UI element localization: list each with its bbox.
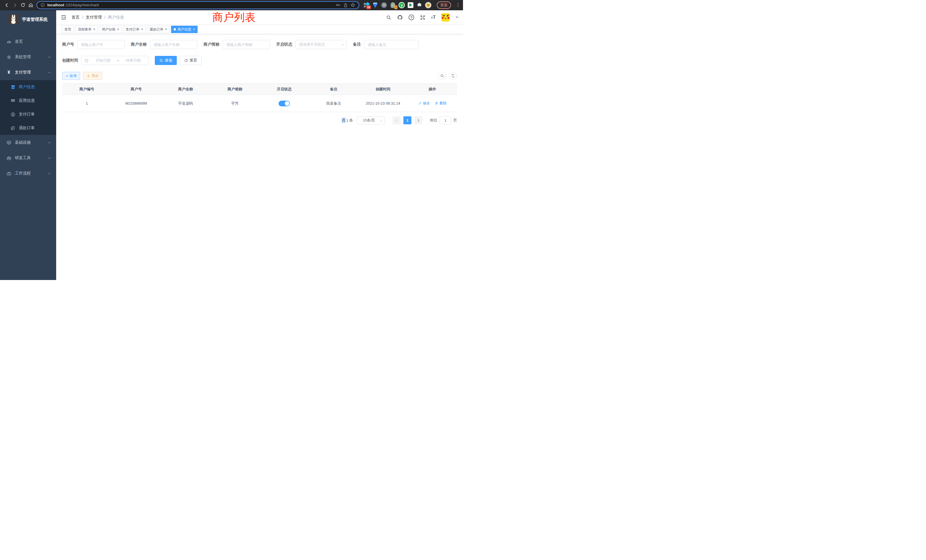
next-page-button[interactable] (414, 117, 422, 124)
status-toggle[interactable] (278, 101, 290, 106)
extension-profile-icon[interactable]: 1 (390, 2, 396, 8)
browser-home-icon[interactable] (27, 1, 35, 9)
chevron-down-icon (48, 156, 51, 159)
sidebar-item-refund-order[interactable]: 退款订单 (0, 121, 56, 135)
browser-back-icon[interactable] (3, 1, 11, 9)
font-size-icon[interactable]: TT (431, 15, 436, 20)
merchant-no-label: 商户号 (62, 42, 74, 47)
col-full-name: 商户全称 (161, 83, 210, 95)
cell-remark: 我是备注 (309, 95, 359, 112)
tab-user-group[interactable]: 用户分组× (99, 26, 122, 33)
site-info-icon[interactable] (41, 3, 45, 7)
browser-avatar-icon[interactable] (425, 2, 431, 8)
remark-input[interactable] (364, 40, 419, 49)
navbar-actions: ? TT (386, 13, 458, 22)
extension-gem-icon[interactable] (372, 2, 378, 8)
breadcrumb-pay[interactable]: 支付管理 (86, 15, 102, 20)
sidebar-item-label: 支付订单 (19, 112, 35, 117)
merchant-table: 商户编号 商户号 商户全称 商户简称 开启状态 备注 创建时间 操作 1 (62, 83, 457, 112)
extension-command-icon[interactable]: ⌘ (381, 2, 387, 8)
page-1-button[interactable]: 1 (403, 117, 412, 124)
hamburger-icon[interactable] (61, 15, 67, 20)
sidebar-logo-row[interactable]: 芋道管理系统 (0, 10, 56, 29)
briefcase-icon (6, 171, 11, 176)
sidebar-item-infra[interactable]: 基础设施 (0, 135, 56, 150)
extensions-puzzle-icon[interactable] (416, 2, 422, 8)
close-icon[interactable]: × (141, 28, 143, 31)
sidebar-item-app-info[interactable]: 应用信息 (0, 94, 56, 107)
filter-row-1: 商户号 商户全称 商户简称 开启状态 请选择开启状态 (62, 40, 457, 49)
tab-merchant-info[interactable]: 商户信息× (171, 26, 198, 33)
filter-create-time: 创建时间 开始日期 - 结束日期 (62, 56, 148, 65)
tab-home[interactable]: 首页 (62, 26, 74, 33)
full-name-input[interactable] (150, 40, 197, 49)
header-search-icon[interactable] (386, 15, 392, 20)
browser-extensions: 10 ⌘ 1 y (363, 2, 460, 9)
close-icon[interactable]: × (193, 28, 195, 31)
tab-pay-order[interactable]: 支付订单× (123, 26, 146, 33)
question-glyph: ? (410, 15, 413, 20)
browser-update-button[interactable]: 更新 (437, 2, 451, 9)
sidebar-item-label: 研发工具 (15, 155, 31, 160)
close-icon[interactable]: × (117, 28, 119, 31)
browser-reload-icon[interactable] (19, 1, 27, 9)
gear-icon (6, 55, 11, 60)
table-header: 商户编号 商户号 商户全称 商户简称 开启状态 备注 创建时间 操作 (62, 83, 457, 95)
extension-pinned-icon[interactable]: 10 (363, 2, 369, 8)
app-title: 芋道管理系统 (22, 17, 48, 22)
tab-refund-order[interactable]: 退款订单× (147, 26, 169, 33)
chevron-up-icon (48, 71, 51, 74)
extension-badge: 10 (366, 5, 371, 9)
browser-forward-icon[interactable] (11, 1, 19, 9)
bookmark-star-icon[interactable] (350, 3, 355, 8)
trash-icon (435, 101, 438, 105)
edit-link[interactable]: 修改 (418, 101, 430, 106)
github-icon[interactable] (397, 15, 403, 20)
help-icon[interactable]: ? (409, 15, 414, 20)
extension-keep-icon[interactable] (407, 2, 414, 8)
export-button[interactable]: 导出 (83, 72, 102, 80)
password-key-icon[interactable] (336, 3, 341, 8)
tab-process-form[interactable]: 流程表单× (75, 26, 98, 33)
breadcrumb-home[interactable]: 首页 (71, 15, 80, 20)
refresh-table-button[interactable] (449, 72, 457, 80)
total-count: 1 (346, 118, 348, 123)
sidebar-item-system[interactable]: 系统管理 (0, 49, 56, 65)
sidebar-item-label: 基础设施 (15, 140, 31, 145)
close-icon[interactable]: × (165, 28, 167, 31)
avatar-caret-icon[interactable] (455, 17, 458, 18)
extension-y-icon[interactable]: y (399, 2, 405, 8)
yen-circle-icon (10, 112, 15, 117)
sidebar-item-workflow[interactable]: 工作流程 (0, 166, 56, 181)
browser-menu-icon[interactable]: ⋮ (456, 3, 460, 8)
sidebar-item-home[interactable]: 首页 (0, 34, 56, 49)
page-size-select[interactable]: 10条/页 (357, 117, 385, 124)
date-range-input[interactable]: 开始日期 - 结束日期 (81, 56, 148, 65)
prev-page-button[interactable] (393, 117, 401, 124)
close-icon[interactable]: × (93, 28, 95, 31)
share-icon[interactable] (343, 3, 348, 8)
cell-actions: 修改 删除 (408, 95, 457, 112)
sidebar-item-label: 支付管理 (15, 70, 31, 75)
cell-status (260, 95, 309, 112)
short-name-input[interactable] (222, 40, 270, 49)
user-avatar[interactable] (441, 13, 450, 22)
sidebar-item-devtools[interactable]: 研发工具 (0, 150, 56, 166)
goto-page-input[interactable] (440, 117, 451, 124)
reset-button[interactable]: 重置 (180, 56, 201, 65)
sidebar-item-merchant-info[interactable]: 商户信息 (0, 80, 56, 94)
sidebar-item-pay[interactable]: ¥ 支付管理 (0, 65, 56, 80)
add-button[interactable]: + 新增 (62, 72, 80, 80)
col-merchant-no: 商户号 (112, 83, 161, 95)
merchant-no-input[interactable] (77, 40, 125, 49)
create-time-label: 创建时间 (62, 58, 78, 63)
date-end-placeholder: 结束日期 (121, 58, 145, 63)
search-button[interactable]: 搜索 (155, 56, 177, 65)
fullscreen-icon[interactable] (420, 15, 425, 20)
toggle-search-button[interactable] (438, 72, 446, 80)
delete-link[interactable]: 删除 (435, 101, 446, 106)
sidebar-item-pay-order[interactable]: 支付订单 (0, 107, 56, 121)
url-bar[interactable]: localhost :1024/pay/merchant (36, 1, 359, 9)
top-navbar: 首页 / 支付管理 / 商户信息 ? (56, 10, 463, 24)
status-select[interactable]: 请选择开启状态 (295, 40, 346, 49)
